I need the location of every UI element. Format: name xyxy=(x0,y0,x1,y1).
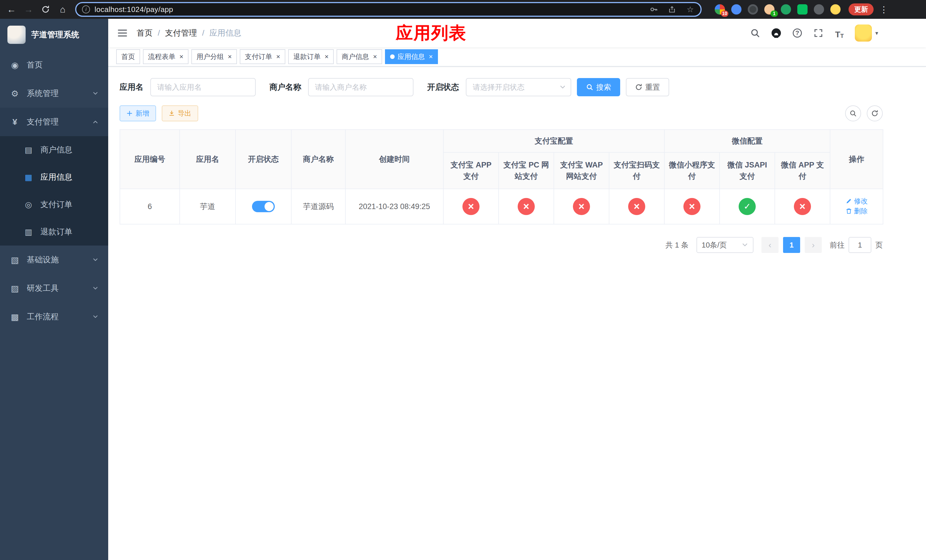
tab-close-icon[interactable]: × xyxy=(276,53,280,60)
tab-process-form[interactable]: 流程表单 × xyxy=(143,49,189,64)
chevron-up-icon xyxy=(92,119,98,125)
extension-green-circle-icon[interactable] xyxy=(781,4,791,15)
search-icon xyxy=(586,83,593,91)
cell-id: 6 xyxy=(120,189,180,224)
gear-icon: ⚙ xyxy=(10,89,20,98)
search-icon[interactable] xyxy=(749,27,761,39)
col-header-alipay-qr: 支付宝扫码支付 xyxy=(609,152,664,189)
sidebar-item-merchant-info[interactable]: ▤ 商户信息 xyxy=(0,136,108,163)
tab-close-icon[interactable]: × xyxy=(429,53,433,60)
browser-update-button[interactable]: 更新 xyxy=(849,3,874,15)
user-menu[interactable]: ▾ xyxy=(855,24,878,42)
browser-menu-icon[interactable]: ⋮ xyxy=(878,5,890,15)
page-size-select[interactable]: 10条/页 xyxy=(696,237,754,253)
reset-button[interactable]: 重置 xyxy=(626,78,669,96)
tab-close-icon[interactable]: × xyxy=(179,53,183,60)
tab-user-group[interactable]: 用户分组 × xyxy=(191,49,237,64)
app-name-input[interactable] xyxy=(150,78,256,96)
tab-close-icon[interactable]: × xyxy=(228,53,232,60)
help-icon[interactable]: ? xyxy=(791,27,803,39)
chevron-down-icon xyxy=(92,285,98,291)
extensions-puzzle-icon[interactable] xyxy=(814,4,824,15)
goto-page-input[interactable] xyxy=(849,237,872,253)
reload-icon[interactable] xyxy=(38,2,53,17)
key-icon[interactable] xyxy=(647,3,661,16)
enabled-toggle[interactable] xyxy=(252,201,275,212)
merchant-name-input[interactable] xyxy=(308,78,413,96)
cross-icon-wx-mini: × xyxy=(683,198,701,215)
sidebar-item-app-info[interactable]: ▦ 应用信息 xyxy=(0,163,108,191)
breadcrumb-current: 应用信息 xyxy=(210,28,242,38)
fullscreen-icon[interactable] xyxy=(813,27,824,39)
col-header-wx-jsapi: 微信 JSAPI 支付 xyxy=(720,152,775,189)
tab-label: 流程表单 xyxy=(148,52,176,61)
extension-grid-icon[interactable]: 10 xyxy=(715,4,725,15)
tab-label: 用户分组 xyxy=(197,52,224,61)
export-button[interactable]: 导出 xyxy=(162,105,198,121)
workflow-icon: ▩ xyxy=(10,312,20,322)
url-bar[interactable]: i localhost:1024/pay/app ☆ xyxy=(75,2,702,17)
extension-avatar-icon[interactable]: 1 xyxy=(764,4,775,15)
tab-app-info[interactable]: 应用信息 × xyxy=(385,49,438,64)
breadcrumb-home[interactable]: 首页 xyxy=(137,28,153,38)
col-group-alipay: 支付宝配置 xyxy=(443,130,664,152)
font-size-icon[interactable]: TT xyxy=(834,27,845,39)
trash-icon xyxy=(846,207,852,215)
toggle-search-button[interactable] xyxy=(845,105,861,121)
browser-profile-avatar[interactable] xyxy=(830,4,841,15)
tab-merchant-info[interactable]: 商户信息 × xyxy=(337,49,382,64)
status-label: 开启状态 xyxy=(427,82,459,92)
breadcrumb-payment[interactable]: 支付管理 xyxy=(165,28,197,38)
home-icon[interactable]: ⌂ xyxy=(54,2,71,17)
cross-icon-alipay-pc: × xyxy=(517,198,535,215)
yen-icon: ¥ xyxy=(10,117,20,127)
col-header-alipay-wap: 支付宝 WAP 网站支付 xyxy=(554,152,609,189)
navbar-actions: ? TT ▾ xyxy=(749,24,878,42)
share-icon[interactable] xyxy=(665,3,679,16)
col-header-alipay-pc: 支付宝 PC 网站支付 xyxy=(499,152,554,189)
tab-refund-order[interactable]: 退款订单 × xyxy=(288,49,334,64)
add-button[interactable]: 新增 xyxy=(120,105,156,121)
sidebar-item-home[interactable]: ◉ 首页 xyxy=(0,51,108,79)
cell-actions: 修改 删除 xyxy=(830,189,883,224)
edit-button[interactable]: 修改 xyxy=(846,197,868,206)
plus-icon xyxy=(126,110,133,117)
status-select[interactable]: 请选择开启状态 xyxy=(466,78,571,96)
tab-close-icon[interactable]: × xyxy=(373,53,377,60)
filter-form: 应用名 商户名称 开启状态 请选择开启状态 搜索 重置 xyxy=(120,78,883,96)
sidebar-item-system[interactable]: ⚙ 系统管理 xyxy=(0,79,108,107)
url-text: localhost:1024/pay/app xyxy=(95,5,642,14)
page-number-1[interactable]: 1 xyxy=(783,237,800,253)
next-page-button[interactable]: › xyxy=(805,237,822,253)
sidebar-item-refund-order[interactable]: ▥ 退款订单 xyxy=(0,218,108,245)
extension-dark-icon[interactable] xyxy=(748,4,758,15)
github-icon[interactable] xyxy=(770,27,782,39)
search-button[interactable]: 搜索 xyxy=(577,78,620,96)
sidebar-item-workflow[interactable]: ▩ 工作流程 xyxy=(0,303,108,331)
sidebar-item-pay-order[interactable]: ◎ 支付订单 xyxy=(0,191,108,218)
prev-page-button[interactable]: ‹ xyxy=(761,237,779,253)
col-header-actions: 操作 xyxy=(830,130,883,189)
goto-label: 前往 xyxy=(830,240,844,250)
bookmark-star-icon[interactable]: ☆ xyxy=(683,3,697,16)
sidebar-collapse-icon[interactable] xyxy=(117,27,128,39)
col-header-created: 创建时间 xyxy=(345,130,443,189)
merchant-card-icon: ▤ xyxy=(23,145,33,155)
delete-button[interactable]: 删除 xyxy=(846,206,868,216)
sidebar-item-infrastructure[interactable]: ▧ 基础设施 xyxy=(0,245,108,274)
refresh-table-button[interactable] xyxy=(867,105,883,121)
tab-home[interactable]: 首页 xyxy=(116,49,140,64)
pencil-icon xyxy=(846,198,852,204)
back-icon[interactable]: ← xyxy=(3,2,20,17)
extension-blue-icon[interactable] xyxy=(731,4,741,15)
sidebar-item-payment[interactable]: ¥ 支付管理 xyxy=(0,107,108,136)
site-info-icon[interactable]: i xyxy=(82,5,90,14)
app-logo[interactable]: 芋道管理系统 xyxy=(0,19,108,51)
tab-pay-order[interactable]: 支付订单 × xyxy=(240,49,285,64)
sidebar-item-dev-tools[interactable]: ▨ 研发工具 xyxy=(0,274,108,303)
forward-icon[interactable]: → xyxy=(21,2,36,17)
tab-close-icon[interactable]: × xyxy=(325,53,328,60)
breadcrumb: 首页 / 支付管理 / 应用信息 xyxy=(137,28,242,38)
extension-wechat-icon[interactable] xyxy=(797,4,808,15)
app-title: 芋道管理系统 xyxy=(31,29,79,40)
